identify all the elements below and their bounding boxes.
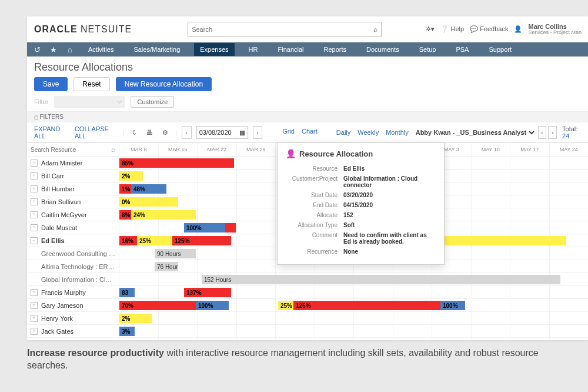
allocation-bar[interactable]: 16% (119, 236, 137, 245)
search-input[interactable] (192, 26, 373, 33)
resource-row[interactable]: +Bill Carr (27, 170, 119, 182)
allocation-bar[interactable]: 24% (131, 210, 196, 220)
allocation-bar[interactable]: 100% (196, 301, 229, 310)
resource-row[interactable]: +Caitlin McGyver (27, 208, 119, 221)
feedback-link[interactable]: 💬 Feedback (470, 25, 508, 33)
menu-financial[interactable]: Financial (272, 43, 309, 56)
filter-select[interactable] (54, 96, 125, 108)
resource-row[interactable]: +Jack Gates (27, 325, 119, 338)
expand-all[interactable]: EXPAND ALL (34, 125, 70, 139)
prev-period[interactable]: ‹ (182, 126, 192, 139)
allocation-bar[interactable]: 0% (119, 197, 178, 207)
download-icon[interactable]: ⇩ (129, 127, 139, 138)
expand-icon[interactable]: + (31, 224, 38, 231)
expand-icon[interactable]: + (31, 289, 38, 296)
menubar: ↺ ★ ⌂ ActivitiesSales/MarketingExpensesH… (27, 42, 588, 57)
allocation-bar[interactable]: 76 Hours (155, 262, 178, 271)
resource-row[interactable]: Altima Technology : ERP Integ... (27, 260, 119, 273)
view-chart[interactable]: Chart (302, 128, 318, 137)
allocation-bar[interactable]: 90 Hours (155, 249, 196, 258)
allocation-bar[interactable] (225, 223, 236, 232)
tooltip-value: 04/15/2020 (341, 201, 435, 210)
star-icon[interactable]: ★ (49, 45, 58, 54)
timeline-row: 2% (119, 312, 588, 325)
menu-support[interactable]: Support (483, 43, 517, 56)
print-icon[interactable]: 🖶 (144, 127, 155, 138)
allocation-bar[interactable]: 152 Hours (202, 275, 560, 284)
tooltip-value: Ed Ellis (341, 164, 435, 173)
help-link[interactable]: ❔ Help (440, 25, 464, 33)
resource-row[interactable]: +Adam Minister (27, 157, 119, 170)
menu-psa[interactable]: PSA (450, 43, 475, 56)
allocation-bar[interactable]: 100% (440, 301, 465, 310)
menu-reports[interactable]: Reports (318, 43, 353, 56)
date-input[interactable]: 03/08/2020 ▦ (196, 126, 248, 139)
allocation-bar[interactable]: 100% (184, 223, 225, 232)
resource-search[interactable] (31, 147, 111, 153)
resource-row[interactable]: +Brian Sullivan (27, 195, 119, 208)
menu-hr[interactable]: HR (243, 43, 264, 56)
resource-row[interactable]: Global Information : Cloud co... (27, 273, 119, 286)
globe-icon[interactable]: ✲▾ (426, 25, 435, 33)
home-icon[interactable]: ⌂ (66, 45, 74, 54)
resource-row[interactable]: +Francis Murphy (27, 286, 119, 299)
resource-row[interactable]: +Gary Jameson (27, 299, 119, 312)
allocation-bar[interactable]: 25% (137, 236, 172, 245)
expand-icon[interactable]: + (31, 172, 38, 180)
allocation-bar[interactable]: 125% (293, 301, 440, 310)
allocation-bar[interactable]: 8% (119, 210, 131, 220)
period-monthly[interactable]: Monthly (386, 129, 409, 136)
allocation-bar[interactable]: 25% (278, 301, 293, 310)
resource-row[interactable]: +Henry York (27, 312, 119, 325)
allocation-bar[interactable]: 48% (131, 184, 166, 194)
allocation-bar[interactable]: 2% (119, 314, 152, 323)
resource-row[interactable]: Greenwood Consulting : Data... (27, 247, 119, 260)
save-button[interactable]: Save (34, 77, 68, 91)
user-block[interactable]: Marc Collins Services - Project Man (528, 23, 582, 36)
global-search[interactable]: ⌕ (188, 22, 382, 37)
timeline-row (119, 338, 588, 340)
tooltip-value: Global Information : Cloud connector (341, 174, 435, 190)
allocation-bar[interactable]: 3% (119, 327, 135, 336)
resource-row[interactable]: +James Farinaw (27, 338, 119, 340)
allocation-bar[interactable]: 1% (119, 184, 131, 194)
expand-icon[interactable]: + (31, 328, 38, 335)
period-daily[interactable]: Daily (336, 129, 350, 136)
resource-row[interactable]: −Ed Ellis (27, 234, 119, 247)
resource-select[interactable]: Abby Kwan - _US_Business Analyst (413, 128, 536, 137)
expand-icon[interactable]: + (31, 315, 38, 322)
filters-collapse[interactable]: FILTERS (27, 111, 588, 122)
allocation-bar[interactable]: 70% (119, 301, 196, 310)
menu-setup[interactable]: Setup (413, 43, 442, 56)
menu-expenses[interactable]: Expenses (194, 43, 234, 56)
allocation-bar[interactable]: 2% (119, 171, 143, 181)
reset-button[interactable]: Reset (74, 77, 109, 91)
collapse-all[interactable]: COLLAPSE ALL (75, 125, 118, 139)
resource-row[interactable]: +Bill Humber (27, 182, 119, 195)
expand-icon[interactable]: + (31, 302, 38, 309)
res-next[interactable]: › (548, 126, 557, 139)
search-icon: ⌕ (111, 145, 115, 154)
res-prev[interactable]: ‹ (538, 126, 547, 139)
menu-documents[interactable]: Documents (360, 43, 405, 56)
next-period[interactable]: › (253, 126, 263, 139)
expand-icon[interactable]: + (31, 160, 38, 167)
allocation-bar[interactable]: 137% (184, 288, 231, 297)
expand-icon[interactable]: + (31, 211, 38, 218)
new-allocation-button[interactable]: New Resource Allocation (116, 77, 212, 91)
allocation-bar[interactable]: 85% (119, 158, 234, 168)
expand-icon[interactable]: + (31, 198, 38, 205)
history-icon[interactable]: ↺ (33, 45, 41, 54)
menu-activities[interactable]: Activities (82, 43, 119, 56)
view-grid[interactable]: Grid (282, 128, 295, 137)
menu-salesmarketing[interactable]: Sales/Marketing (128, 43, 186, 56)
week-col: MAY 17 (510, 143, 550, 156)
allocation-bar[interactable]: 125% (172, 236, 231, 245)
gear-icon[interactable]: ⚙ (160, 127, 171, 138)
resource-row[interactable]: +Dale Muscat (27, 221, 119, 234)
customize-button[interactable]: Customize (131, 96, 174, 108)
allocation-bar[interactable]: 83 (119, 288, 135, 297)
period-weekly[interactable]: Weekly (358, 129, 379, 136)
expand-icon[interactable]: + (31, 185, 38, 192)
expand-icon[interactable]: − (31, 237, 38, 244)
